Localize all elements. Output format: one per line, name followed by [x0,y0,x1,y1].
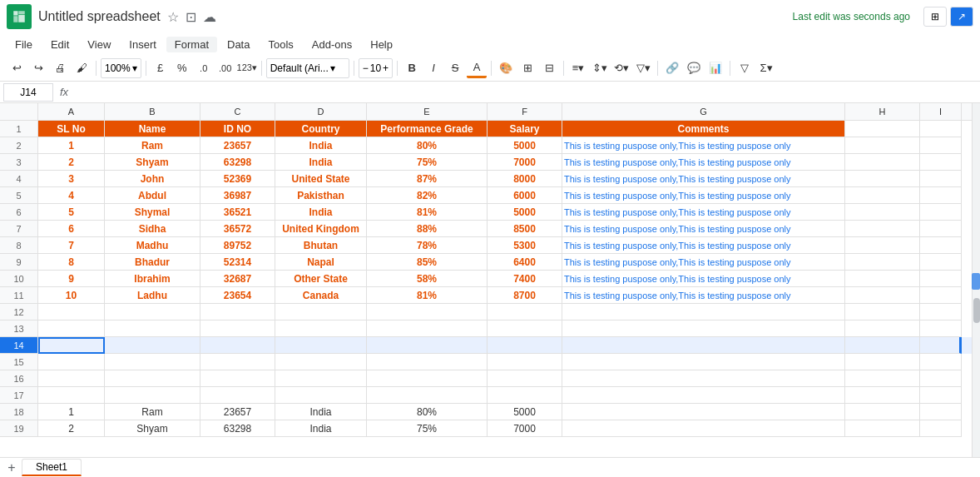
cell-country-4[interactable]: United State [275,171,367,187]
cell-comment-11[interactable]: This is testing puspose only,This is tes… [562,287,845,304]
window-control-2[interactable]: ↗ [950,7,973,27]
cell-g13[interactable] [562,320,845,337]
star-icon[interactable]: ☆ [167,9,179,25]
cell-id-2[interactable]: 23657 [200,137,275,154]
cell-i-6[interactable] [920,204,962,221]
cell-salary-3[interactable]: 7000 [488,154,562,171]
cell-h-3[interactable] [845,154,920,171]
cell-a12[interactable] [38,304,105,320]
cell-perf-9[interactable]: 85% [367,254,488,271]
cell-i-5[interactable] [920,187,962,204]
text-rotate-button[interactable]: ⟲▾ [611,58,631,78]
cell-name-9[interactable]: Bhadur [105,254,200,271]
sheet-tab-1[interactable]: Sheet1 [22,459,82,476]
header-slno[interactable]: SL No [38,121,105,137]
cell-perf-10[interactable]: 58% [367,271,488,287]
cell-g-17[interactable] [562,387,845,404]
cell-h-8[interactable] [845,237,920,254]
filter-button[interactable]: ▽ [735,58,755,78]
cell-h1[interactable] [845,121,920,137]
cell-id-4[interactable]: 52369 [200,171,275,187]
cell-e14[interactable] [367,337,488,354]
cell-i-9[interactable] [920,254,962,271]
cell-sl-2[interactable]: 1 [38,137,105,154]
cell-f14[interactable] [488,337,562,354]
vertical-scrollbar[interactable] [972,103,980,457]
comment-button[interactable]: 💬 [684,58,704,78]
cell-d12[interactable] [275,304,367,320]
cell-comment-3[interactable]: This is testing puspose only,This is tes… [562,154,845,171]
cell-salary-2[interactable]: 5000 [488,137,562,154]
bold-button[interactable]: B [402,58,422,78]
cell-perf-8[interactable]: 78% [367,237,488,254]
cell-sl-18[interactable]: 1 [38,404,105,420]
link-button[interactable]: 🔗 [662,58,682,78]
menu-insert[interactable]: Insert [121,37,165,52]
cell-salary-10[interactable]: 7400 [488,271,562,287]
functions-button[interactable]: Σ▾ [756,58,776,78]
align-button[interactable]: ≡▾ [568,58,588,78]
cell-country-6[interactable]: India [275,204,367,221]
cell-salary-6[interactable]: 5000 [488,204,562,221]
cell-h-19[interactable] [845,420,920,437]
cell-comment-18[interactable] [562,404,845,420]
cell-h-9[interactable] [845,254,920,271]
cell-name-2[interactable]: Ram [105,137,200,154]
font-size-select[interactable]: − 10 + [359,58,393,78]
col-header-d[interactable]: D [275,103,367,120]
cell-country-7[interactable]: United Kingdom [275,221,367,237]
cell-e-17[interactable] [367,387,488,404]
cell-name-11[interactable]: Ladhu [105,287,200,304]
cell-perf-2[interactable]: 80% [367,137,488,154]
cell-salary-4[interactable]: 8000 [488,171,562,187]
cell-country-5[interactable]: Pakisthan [275,187,367,204]
italic-button[interactable]: I [423,58,443,78]
cell-comment-7[interactable]: This is testing puspose only,This is tes… [562,221,845,237]
cell-h-2[interactable] [845,137,920,154]
cell-sl-5[interactable]: 4 [38,187,105,204]
cell-h-6[interactable] [845,204,920,221]
cell-country-18[interactable]: India [275,404,367,420]
cell-perf-5[interactable]: 82% [367,187,488,204]
header-performance[interactable]: Performance Grade [367,121,488,137]
font-color-button[interactable]: A [467,58,487,78]
cell-d14[interactable] [275,337,367,354]
cell-b14[interactable] [105,337,200,354]
cell-salary-19[interactable]: 7000 [488,420,562,437]
cell-name-3[interactable]: Shyam [105,154,200,171]
menu-edit[interactable]: Edit [42,37,77,52]
cell-i-10[interactable] [920,271,962,287]
cell-name-6[interactable]: Shymal [105,204,200,221]
cell-perf-6[interactable]: 81% [367,204,488,221]
cloud-icon[interactable]: ☁ [203,9,216,25]
cell-b-16[interactable] [105,370,200,387]
cell-id-11[interactable]: 23654 [200,287,275,304]
cell-c-17[interactable] [200,387,275,404]
cell-country-3[interactable]: India [275,154,367,171]
cell-id-8[interactable]: 89752 [200,237,275,254]
cell-name-7[interactable]: Sidha [105,221,200,237]
cell-e13[interactable] [367,320,488,337]
cell-i-4[interactable] [920,171,962,187]
col-header-f[interactable]: F [488,103,562,120]
cell-id-7[interactable]: 36572 [200,221,275,237]
cell-g-16[interactable] [562,370,845,387]
cell-h-4[interactable] [845,171,920,187]
decimal00-button[interactable]: .00 [215,58,235,78]
cell-salary-9[interactable]: 6400 [488,254,562,271]
cell-country-9[interactable]: Napal [275,254,367,271]
cell-id-6[interactable]: 36521 [200,204,275,221]
header-idno[interactable]: ID NO [200,121,275,137]
cell-country-2[interactable]: India [275,137,367,154]
undo-button[interactable]: ↩ [7,58,27,78]
cell-perf-19[interactable]: 75% [367,420,488,437]
redo-button[interactable]: ↪ [28,58,48,78]
cell-d-16[interactable] [275,370,367,387]
cell-comment-10[interactable]: This is testing puspose only,This is tes… [562,271,845,287]
cell-d-17[interactable] [275,387,367,404]
cell-d13[interactable] [275,320,367,337]
cell-id-3[interactable]: 63298 [200,154,275,171]
cell-name-10[interactable]: Ibrahim [105,271,200,287]
cell-d-15[interactable] [275,354,367,370]
cell-e12[interactable] [367,304,488,320]
